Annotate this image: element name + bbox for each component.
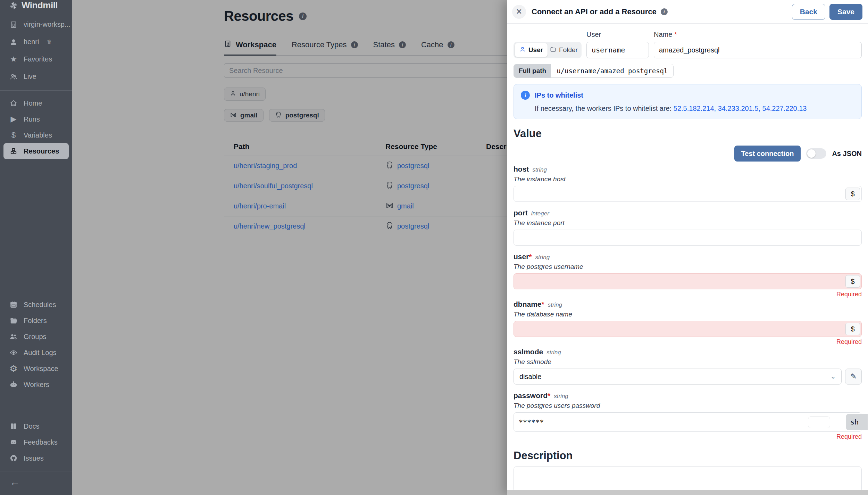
username-input[interactable] — [586, 42, 649, 58]
sidebar-item-favorites[interactable]: ★ Favorites — [3, 51, 69, 68]
info-icon: i — [521, 91, 530, 100]
sidebar: Windmill virgin-worksp... henri ♛ ★ Favo… — [0, 0, 72, 495]
person-icon — [519, 46, 526, 54]
show-password-tooltip[interactable]: sh — [846, 414, 868, 430]
user-name: henri — [24, 38, 39, 46]
password-input[interactable]: ****** sh — [514, 412, 862, 432]
owner-kind-folder[interactable]: Folder — [548, 43, 580, 57]
sidebar-item-issues[interactable]: Issues — [3, 450, 69, 466]
sidebar-item-workspace-switcher[interactable]: virgin-worksp... — [3, 16, 69, 33]
book-icon — [9, 422, 18, 430]
password-mini-box[interactable] — [808, 416, 830, 428]
host-input[interactable]: $ — [514, 186, 862, 202]
field-password: password* string The postgres users pass… — [514, 391, 862, 440]
drawer-title: Connect an API or add a Resource — [532, 7, 657, 16]
full-path: Full path u/username/amazed_postgresql — [514, 64, 674, 78]
close-icon[interactable]: ✕ — [512, 5, 526, 19]
variable-picker-button[interactable]: $ — [845, 275, 860, 288]
save-button[interactable]: Save — [829, 4, 862, 20]
description-textarea[interactable] — [514, 466, 862, 493]
as-json-label: As JSON — [832, 150, 862, 158]
sidebar-item-resources[interactable]: Resources — [3, 143, 69, 159]
discord-icon — [9, 438, 18, 446]
required-message: Required — [514, 291, 862, 298]
drawer-body: User Folder User — [507, 24, 868, 495]
port-input[interactable] — [514, 230, 862, 246]
eye-icon — [9, 349, 18, 356]
dbname-input[interactable]: $ — [514, 321, 862, 337]
name-field-label: Name * — [654, 31, 862, 39]
field-host: host string The instance host $ — [514, 165, 862, 202]
info-icon[interactable]: i — [661, 8, 668, 15]
field-port: port integer The instance port — [514, 209, 862, 246]
sidebar-account-section: virgin-worksp... henri ♛ ★ Favorites Liv… — [0, 11, 72, 90]
variable-picker-button[interactable]: $ — [845, 188, 860, 200]
sidebar-item-live[interactable]: Live — [3, 68, 69, 85]
whitelist-ips[interactable]: 52.5.182.214, 34.233.201.5, 54.227.220.1… — [674, 105, 807, 112]
crown-icon: ♛ — [47, 39, 51, 45]
variable-picker-button[interactable]: $ — [845, 323, 860, 335]
sidebar-item-user[interactable]: henri ♛ — [3, 33, 69, 51]
gear-icon: ⚙ — [9, 363, 18, 374]
collapse-sidebar-button[interactable]: ← — [3, 474, 69, 490]
sidebar-item-home[interactable]: Home — [3, 95, 69, 111]
folder-icon — [9, 317, 18, 324]
sidebar-item-groups[interactable]: Groups — [3, 329, 69, 345]
description-heading: Description — [514, 449, 862, 462]
group-icon — [9, 333, 18, 340]
required-asterisk: * — [542, 300, 544, 308]
sidebar-item-variables[interactable]: $ Variables — [3, 127, 69, 143]
required-message: Required — [514, 433, 862, 440]
edit-raw-button[interactable]: ✎ — [845, 369, 862, 385]
user-input[interactable]: $ — [514, 273, 862, 289]
sidebar-item-feedbacks[interactable]: Feedbacks — [3, 434, 69, 450]
required-message: Required — [514, 338, 862, 346]
sidebar-item-docs[interactable]: Docs — [3, 418, 69, 434]
as-json-toggle[interactable] — [806, 148, 826, 159]
users-icon — [9, 73, 18, 81]
ips-infobox: i IPs to whitelist If necessary, the wor… — [514, 84, 862, 119]
infobox-title: IPs to whitelist — [535, 91, 583, 99]
resource-name-input[interactable] — [654, 42, 862, 58]
full-path-value: u/username/amazed_postgresql — [551, 64, 673, 77]
windmill-app: Windmill virgin-worksp... henri ♛ ★ Favo… — [0, 0, 868, 495]
value-heading: Value — [514, 127, 862, 140]
back-button[interactable]: Back — [792, 4, 825, 20]
horizontal-scrollbar[interactable] — [507, 490, 868, 495]
sidebar-item-audit-logs[interactable]: Audit Logs — [3, 345, 69, 361]
person-icon — [9, 38, 18, 46]
test-connection-button[interactable]: Test connection — [734, 146, 801, 162]
sidebar-help-section: Docs Feedbacks Issues — [0, 413, 72, 471]
play-icon: ▶ — [9, 115, 18, 124]
modal-overlay[interactable] — [72, 0, 507, 495]
spacer — [514, 31, 582, 39]
sslmode-select[interactable]: disable ⌄ — [514, 369, 842, 385]
sidebar-bottom: ← — [0, 471, 72, 495]
dollar-icon: $ — [9, 131, 18, 140]
infobox-text: If necessary, the workers IPs to whiteli… — [535, 105, 671, 112]
sidebar-item-folders[interactable]: Folders — [3, 313, 69, 329]
owner-kind-toggle: User Folder — [514, 42, 582, 58]
sidebar-item-workspace-settings[interactable]: ⚙ Workspace — [3, 361, 69, 377]
sidebar-nav-section: Home ▶ Runs $ Variables Resources — [0, 90, 72, 164]
field-sslmode: sslmode string The sslmode disable ⌄ ✎ — [514, 348, 862, 385]
owner-kind-user[interactable]: User — [515, 43, 548, 57]
required-asterisk: * — [548, 391, 550, 399]
sidebar-admin-section: Schedules Folders Groups Audit Logs — [0, 292, 72, 397]
building-icon — [9, 21, 18, 28]
sidebar-item-schedules[interactable]: Schedules — [3, 297, 69, 313]
field-user: user* string The postgres username $ Req… — [514, 253, 862, 298]
pencil-icon: ✎ — [850, 372, 857, 381]
back-arrow-icon: ← — [10, 476, 20, 488]
logo[interactable]: Windmill — [0, 0, 72, 11]
required-asterisk: * — [529, 253, 532, 261]
github-icon — [9, 454, 18, 462]
user-field-label: User — [586, 31, 649, 39]
robot-icon — [9, 381, 18, 388]
workspace-name: virgin-worksp... — [24, 20, 70, 28]
star-icon: ★ — [9, 55, 18, 64]
sidebar-item-workers[interactable]: Workers — [3, 377, 69, 393]
sidebar-item-runs[interactable]: ▶ Runs — [3, 111, 69, 127]
cubes-icon — [9, 147, 18, 155]
windmill-logo-icon — [9, 1, 18, 10]
